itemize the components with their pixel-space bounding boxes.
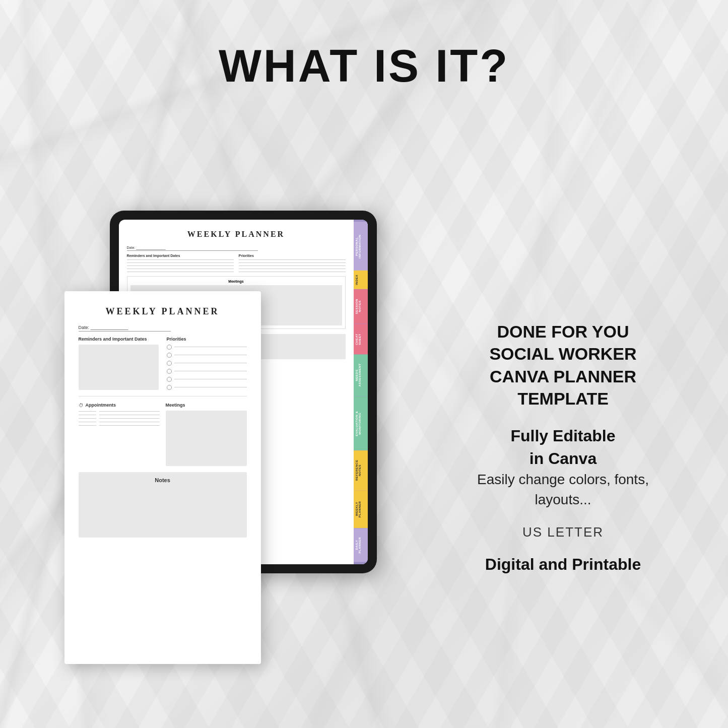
sidebar-tab-index: INDEX: [354, 271, 368, 289]
tablet-line: [239, 262, 346, 263]
paper-divider: [79, 396, 247, 396]
paper-checkbox-row: [167, 361, 247, 366]
right-editable-bold: Fully Editable: [447, 425, 679, 447]
appt-line-short: [79, 415, 96, 415]
right-line3: CANVA PLANNER: [447, 365, 679, 387]
paper-check-line: [174, 355, 247, 355]
planners-area: WEEKLY PLANNER Date: _______________ Rem…: [49, 201, 427, 654]
right-panel: DONE FOR YOU SOCIAL WORKER CANVA PLANNER…: [427, 280, 679, 574]
tablet-priorities-lines: [239, 259, 346, 272]
paper-reminders-col: Reminders and Important Dates: [79, 337, 159, 390]
paper-check-line: [174, 371, 247, 371]
paper-appt-row: [79, 415, 160, 415]
paper-appt-row: [79, 411, 160, 412]
paper-priorities-lines: [167, 345, 247, 390]
tablet-line: [127, 262, 234, 263]
paper-checkbox: [167, 361, 172, 366]
tablet-line: [127, 272, 234, 272]
tablet-line: [127, 266, 234, 266]
tablet-priorities-label: Priorities: [239, 254, 346, 257]
paper-meetings-area: [166, 411, 247, 466]
paper-checkbox: [167, 369, 172, 374]
paper-notes-label: Notes: [85, 477, 241, 483]
sidebar-tab-weekly: WEEKLY PLANNER: [354, 490, 368, 528]
paper-check-line: [174, 347, 247, 347]
paper-two-col: Reminders and Important Dates Priorities: [79, 337, 247, 390]
paper-date: Date: _______________: [79, 325, 171, 332]
appt-line-long: [99, 422, 160, 422]
tablet-two-col: Reminders and Important Dates: [127, 254, 346, 272]
paper-checkbox-row: [167, 377, 247, 382]
tablet-line: [127, 259, 234, 260]
clock-icon: ⏱: [79, 403, 84, 408]
paper-reminders-area: [79, 345, 159, 390]
tablet-title: WEEKLY PLANNER: [127, 230, 346, 239]
right-editable-sub: in Canva: [447, 447, 679, 470]
right-editable-block: Fully Editable in Canva Easily change co…: [447, 425, 679, 509]
sidebar-tab-personal: PERSONAL INFORMATION: [354, 222, 368, 271]
tablet-reminders-label: Reminders and Important Dates: [127, 254, 234, 257]
paper-checkbox-row: [167, 353, 247, 358]
appt-line-long: [99, 411, 160, 412]
appt-line-long: [99, 418, 160, 419]
appt-line-short: [79, 418, 96, 419]
right-title-block: DONE FOR YOU SOCIAL WORKER CANVA PLANNER…: [447, 320, 679, 410]
page-title: WHAT IS IT?: [0, 0, 728, 92]
paper-planner: WEEKLY PLANNER Date: _______________ Rem…: [64, 291, 261, 664]
paper-priorities-label: Priorities: [167, 337, 247, 342]
sidebar-tab-cheat: CHEAT SHEET: [354, 324, 368, 355]
paper-appt-row: [79, 422, 160, 422]
paper-appt-lines: [79, 411, 160, 426]
sidebar-tab-needs: NEEDS ASSESSMENT: [354, 354, 368, 396]
sidebar-tab-session: SESSION NOTES: [354, 289, 368, 323]
paper-appointments-col: ⏱ Appointments: [79, 403, 160, 466]
paper-appt-row: [79, 425, 160, 426]
paper-reminders-label: Reminders and Important Dates: [79, 337, 159, 342]
sidebar-tab-daily: DAILY PLANNER: [354, 528, 368, 562]
tablet-priorities-col: Priorities: [239, 254, 346, 272]
tablet-line: [239, 272, 346, 272]
paper-priorities-col: Priorities: [167, 337, 247, 390]
paper-appt-label: Appointments: [86, 403, 116, 408]
paper-check-line: [174, 363, 247, 363]
paper-checkbox-row: [167, 369, 247, 374]
paper-checkbox-row: [167, 345, 247, 350]
tablet-line: [239, 259, 346, 260]
appt-line-long: [99, 415, 160, 415]
paper-check-line: [174, 387, 247, 387]
paper-checkbox: [167, 385, 172, 390]
tablet-line: [239, 269, 346, 269]
appt-line-long: [99, 425, 160, 426]
paper-meetings-label: Meetings: [166, 403, 247, 408]
appt-line-short: [79, 425, 96, 426]
sidebar-tab-evaluation: EVALUATION & MONITORING: [354, 396, 368, 450]
tablet-line: [239, 266, 346, 266]
tablet-date: Date: _______________: [127, 246, 258, 251]
appt-line-short: [79, 411, 96, 412]
paper-checkbox: [167, 377, 172, 382]
main-area: WEEKLY PLANNER Date: _______________ Rem…: [0, 126, 728, 728]
paper-appt-row: [79, 418, 160, 419]
tablet-line: [127, 269, 234, 269]
paper-notes-section: Notes: [79, 472, 247, 538]
page-content: WHAT IS IT? WEEKLY PLANNER Date: _______…: [0, 0, 728, 728]
right-line2: SOCIAL WORKER: [447, 343, 679, 365]
tablet-reminders-col: Reminders and Important Dates: [127, 254, 234, 272]
paper-appt-meetings: ⏱ Appointments: [79, 403, 247, 466]
paper-planner-title: WEEKLY PLANNER: [79, 306, 247, 317]
paper-meetings-col: Meetings: [166, 403, 247, 466]
paper-checkbox-row: [167, 385, 247, 390]
right-description: Easily change colors, fonts, layouts...: [447, 470, 679, 509]
right-line4: TEMPLATE: [447, 387, 679, 410]
paper-checkbox: [167, 353, 172, 358]
right-digital: Digital and Printable: [447, 555, 679, 574]
right-line1: DONE FOR YOU: [447, 320, 679, 343]
right-format: US LETTER: [447, 524, 679, 540]
tablet-sidebar: PERSONAL INFORMATION INDEX SESSION NOTES…: [354, 220, 368, 564]
paper-appt-header: ⏱ Appointments: [79, 403, 160, 408]
appt-line-short: [79, 422, 96, 422]
sidebar-tab-reference: REFERENCE NOTES: [354, 450, 368, 490]
paper-check-line: [174, 379, 247, 379]
paper-checkbox: [167, 345, 172, 350]
tablet-meetings-label: Meetings: [130, 280, 342, 283]
